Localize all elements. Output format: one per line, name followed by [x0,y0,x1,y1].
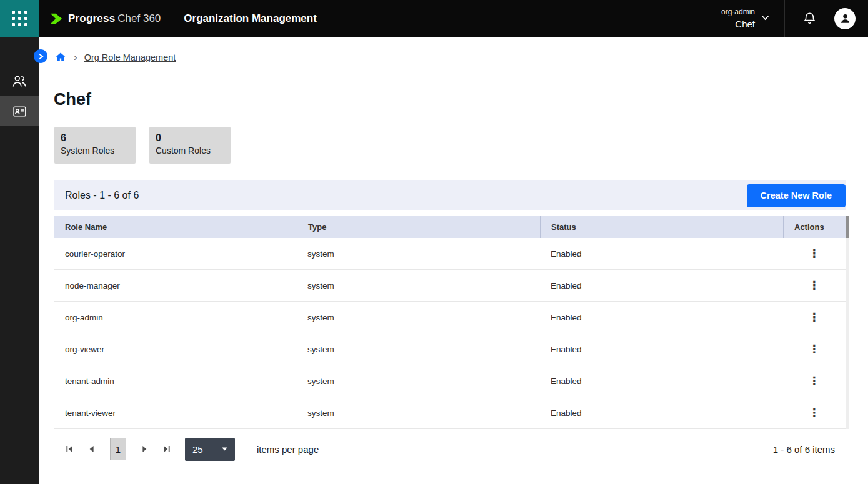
cell-role-name: node-manager [54,281,297,290]
current-page-button[interactable]: 1 [110,438,126,460]
cell-role-name: tenant-admin [54,377,297,386]
row-actions-kebab-icon[interactable]: ⋮ [804,279,825,292]
table-scrollbar[interactable] [846,216,849,429]
stat-label: System Roles [61,146,129,156]
people-icon [11,73,27,89]
pagination: 1 25 items [65,438,319,461]
person-icon [839,12,852,25]
table-row: org-admin system Enabled ⋮ [54,302,846,333]
row-actions-kebab-icon[interactable]: ⋮ [804,374,825,388]
user-avatar[interactable] [834,8,856,29]
roles-panel: Roles - 1 - 6 of 6 Create New Role Role … [54,180,846,469]
bell-icon [802,11,817,26]
first-page-button[interactable] [65,445,74,453]
org-block: org-admin Chef [721,7,755,29]
org-role-label: org-admin [721,7,755,16]
topbar: Progress Chef 360 Organization Managemen… [0,0,868,37]
scrollbar-thumb[interactable] [846,216,849,238]
previous-page-icon [87,445,96,453]
stat-value: 0 [156,132,224,144]
cell-role-name: org-admin [54,313,297,322]
sidebar-item-roles[interactable] [0,96,39,126]
app-grid-icon [12,11,27,26]
cell-type: system [297,345,540,354]
column-header-role-name: Role Name [54,216,297,238]
brand-name-secondary: Chef 360 [117,12,161,25]
breadcrumb-home-link[interactable] [54,51,67,63]
table-row: org-viewer system Enabled ⋮ [54,333,846,365]
role-badge-icon [12,104,27,119]
cell-role-name: tenant-viewer [54,408,297,418]
next-page-button[interactable] [140,445,149,453]
brand-name-primary: Progress [68,12,115,25]
items-per-page-value: 25 [192,444,203,455]
table-row: tenant-admin system Enabled ⋮ [54,365,846,397]
cell-type: system [297,313,540,322]
pagination-range-label: 1 - 6 of 6 items [773,444,835,455]
chevron-right-icon [38,53,44,60]
row-actions-kebab-icon[interactable]: ⋮ [804,342,825,356]
app-title: Organization Management [184,12,317,25]
cell-role-name: org-viewer [54,345,297,354]
breadcrumb-link-org-role-management[interactable]: Org Role Management [84,52,176,62]
first-page-icon [65,445,74,453]
topbar-separator [784,0,785,37]
cell-type: system [297,281,540,290]
items-per-page-label: items per page [257,444,319,455]
sidebar-item-users[interactable] [0,66,39,96]
row-actions-kebab-icon[interactable]: ⋮ [804,310,825,324]
roles-panel-header: Roles - 1 - 6 of 6 Create New Role [54,180,846,210]
topbar-divider [172,11,172,27]
table-row: tenant-viewer system Enabled ⋮ [54,397,846,429]
next-page-icon [140,445,149,453]
cell-status: Enabled [540,345,783,354]
breadcrumb: › Org Role Management [54,51,176,63]
cell-status: Enabled [540,249,783,259]
row-actions-kebab-icon[interactable]: ⋮ [804,247,825,260]
brand-logo: Progress Chef 360 [49,11,161,26]
cell-status: Enabled [540,281,783,290]
row-actions-kebab-icon[interactable]: ⋮ [804,406,825,420]
app-launcher-button[interactable] [0,0,39,37]
cell-status: Enabled [540,408,783,418]
items-per-page-select[interactable]: 25 [185,438,235,461]
create-new-role-button[interactable]: Create New Role [747,184,846,207]
table-row: node-manager system Enabled ⋮ [54,270,846,302]
stat-label: Custom Roles [156,146,224,156]
table-header-row: Role Name Type Status Actions [54,216,846,238]
table-row: courier-operator system Enabled ⋮ [54,238,846,270]
sidebar-expand-button[interactable] [34,49,47,63]
dropdown-caret-icon [222,447,227,451]
roles-panel-title: Roles - 1 - 6 of 6 [65,190,139,201]
previous-page-button[interactable] [87,445,96,453]
column-header-actions: Actions [783,216,846,238]
topbar-right: org-admin Chef [721,0,868,37]
org-switcher[interactable]: org-admin Chef [721,7,784,29]
stat-value: 6 [61,132,129,144]
stats-row: 6 System Roles 0 Custom Roles [54,127,231,164]
last-page-button[interactable] [162,445,171,453]
notifications-button[interactable] [802,11,817,26]
cell-role-name: courier-operator [54,249,297,259]
cell-type: system [297,249,540,259]
sidebar [0,37,39,484]
table-footer: 1 25 items [54,429,846,469]
cell-type: system [297,408,540,418]
column-header-type: Type [297,216,540,238]
cell-status: Enabled [540,377,783,386]
stat-card-custom-roles: 0 Custom Roles [149,127,231,164]
breadcrumb-separator-icon: › [74,52,77,62]
org-name-label: Chef [721,19,755,29]
progress-logo-icon [49,11,64,26]
cell-type: system [297,377,540,386]
stat-card-system-roles: 6 System Roles [54,127,136,164]
home-icon [54,51,67,63]
main-content: › Org Role Management Chef 6 System Role… [39,37,868,484]
column-header-status: Status [540,216,783,238]
last-page-icon [162,445,171,453]
cell-status: Enabled [540,313,783,322]
page-title: Chef [54,90,91,109]
chevron-down-icon [761,15,769,21]
